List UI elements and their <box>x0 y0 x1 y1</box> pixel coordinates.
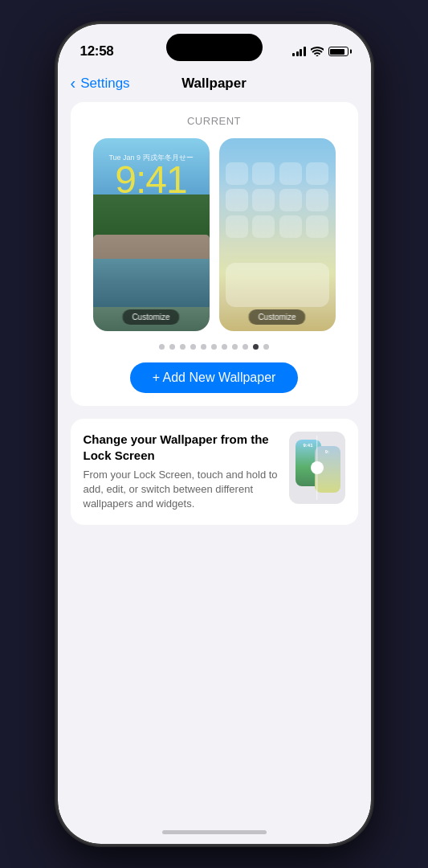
current-label: CURRENT <box>84 115 345 127</box>
phone-frame: 12:58 ‹ Settings Wallpaper <box>58 24 371 844</box>
page-dot-11 <box>263 344 269 350</box>
lock-time: 9:41 <box>93 161 210 199</box>
lock-screen-bg: Tue Jan 9 丙戌年冬月せー 9:41 Customize <box>93 138 210 331</box>
wifi-icon <box>311 47 324 56</box>
info-card: Change your Wallpaper from the Lock Scre… <box>71 419 358 525</box>
home-icon-3 <box>279 162 302 185</box>
home-icon-11 <box>279 215 302 238</box>
lock-screen-preview[interactable]: Tue Jan 9 丙戌年冬月せー 9:41 Customize <box>93 138 210 331</box>
home-screen-preview[interactable]: Customize <box>219 138 336 331</box>
wallpaper-card: CURRENT Tue Jan 9 丙戌年冬月せー 9:41 <box>71 102 358 406</box>
page-dot-8 <box>232 344 238 350</box>
battery-fill <box>330 49 344 55</box>
page-dot-6 <box>211 344 217 350</box>
battery-icon <box>328 47 349 56</box>
page-dot-10 <box>253 344 259 350</box>
home-icon-6 <box>252 189 275 211</box>
back-button[interactable]: ‹ Settings <box>71 74 130 92</box>
home-indicator <box>162 830 267 834</box>
home-icon-12 <box>306 215 328 238</box>
home-icon-9 <box>226 215 248 238</box>
page-dot-1 <box>159 344 165 350</box>
add-wallpaper-button[interactable]: + Add New Wallpaper <box>130 362 299 393</box>
page-dot-4 <box>190 344 196 350</box>
main-content: CURRENT Tue Jan 9 丙戌年冬月せー 9:41 <box>58 102 371 541</box>
nav-bar: ‹ Settings Wallpaper <box>58 68 371 102</box>
home-icons-grid <box>226 162 329 238</box>
home-icon-4 <box>306 162 328 185</box>
screen: 12:58 ‹ Settings Wallpaper <box>58 24 371 844</box>
page-dot-2 <box>169 344 175 350</box>
page-indicators <box>84 344 345 350</box>
home-screen-customize-button[interactable]: Customize <box>248 309 305 325</box>
info-title: Change your Wallpaper from the Lock Scre… <box>84 432 279 463</box>
page-dot-3 <box>180 344 185 350</box>
nature-scene <box>93 203 210 307</box>
page-title: Wallpaper <box>181 76 247 92</box>
page-dot-7 <box>222 344 227 350</box>
water-layer <box>93 259 210 307</box>
page-dot-9 <box>243 344 248 350</box>
home-screen-bg: Customize <box>219 138 336 331</box>
info-description: From your Lock Screen, touch and hold to… <box>84 468 279 512</box>
lock-screen-customize-button[interactable]: Customize <box>122 309 179 325</box>
info-text: Change your Wallpaper from the Lock Scre… <box>84 432 279 512</box>
home-icon-10 <box>252 215 275 238</box>
home-icon-8 <box>306 189 328 211</box>
home-icon-2 <box>252 162 275 185</box>
illus-home-time: 9: <box>315 446 340 454</box>
back-label: Settings <box>80 76 129 92</box>
page-dot-5 <box>201 344 206 350</box>
wallpaper-previews: Tue Jan 9 丙戌年冬月せー 9:41 Customize <box>84 138 345 331</box>
home-widget <box>226 263 329 307</box>
signal-bars-icon <box>292 47 306 56</box>
status-icons <box>292 47 349 56</box>
home-icon-1 <box>226 162 248 185</box>
info-illustration: 9:41 9: <box>289 432 345 504</box>
dynamic-island <box>166 34 263 61</box>
home-icon-7 <box>279 189 302 211</box>
home-icon-5 <box>226 189 248 211</box>
status-time: 12:58 <box>80 43 114 59</box>
back-chevron-icon: ‹ <box>71 74 76 92</box>
